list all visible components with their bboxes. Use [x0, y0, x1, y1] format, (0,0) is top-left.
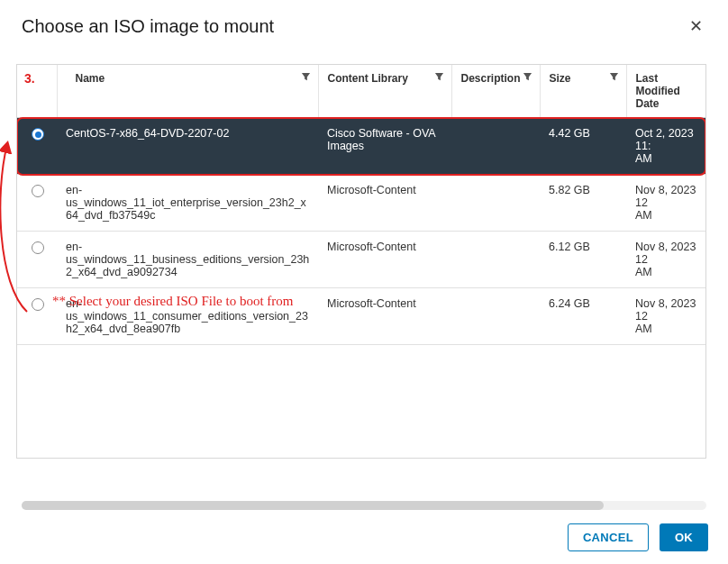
radio-cell[interactable]	[17, 175, 57, 232]
cell-last-modified: Nov 8, 2023 12AM	[626, 175, 705, 232]
filter-icon[interactable]	[434, 72, 444, 82]
radio-cell[interactable]	[17, 118, 57, 175]
radio-unchecked-icon[interactable]	[32, 241, 44, 254]
iso-table-body: CentOS-7-x86_64-DVD-2207-02 Cisco Softwa…	[17, 118, 705, 345]
scrollbar-thumb[interactable]	[22, 501, 604, 510]
horizontal-scrollbar[interactable]	[22, 501, 706, 510]
cell-name: CentOS-7-x86_64-DVD-2207-02	[57, 118, 318, 175]
cancel-button[interactable]: CANCEL	[568, 523, 649, 551]
cell-description	[451, 118, 540, 175]
cell-content-library: Microsoft-Content	[318, 288, 451, 345]
col-description-label: Description	[461, 72, 521, 85]
dialog-footer: CANCEL OK	[568, 523, 708, 551]
filter-icon[interactable]	[523, 72, 532, 82]
cell-last-modified: Nov 8, 2023 12AM	[626, 288, 705, 345]
cell-last-modified: Nov 8, 2023 12AM	[626, 232, 705, 288]
table-body-area: Name Content Library Description Size	[17, 65, 705, 458]
col-content-library-label: Content Library	[328, 72, 408, 85]
cell-content-library: Cisco Software - OVA Images	[318, 118, 451, 175]
cell-description	[451, 288, 540, 345]
col-content-library-header[interactable]: Content Library	[318, 65, 451, 118]
table-header-row: Name Content Library Description Size	[17, 65, 705, 118]
radio-cell[interactable]	[17, 232, 57, 288]
col-size-header[interactable]: Size	[540, 65, 626, 118]
radio-cell[interactable]	[17, 288, 57, 345]
col-name-header[interactable]: Name	[57, 65, 318, 118]
col-name-label: Name	[76, 72, 105, 85]
ok-button[interactable]: OK	[660, 523, 708, 551]
iso-table: Name Content Library Description Size	[17, 65, 705, 345]
cell-name: en-us_windows_11_consumer_editions_versi…	[57, 288, 318, 345]
cell-content-library: Microsoft-Content	[318, 175, 451, 232]
cell-content-library: Microsoft-Content	[318, 232, 451, 288]
cell-size: 6.24 GB	[540, 288, 626, 345]
radio-unchecked-icon[interactable]	[32, 185, 44, 197]
col-last-modified-header[interactable]: Last Modified Date	[626, 65, 705, 118]
cell-last-modified: Oct 2, 2023 11:AM	[626, 118, 705, 175]
table-row[interactable]: en-us_windows_11_business_editions_versi…	[17, 232, 705, 288]
iso-mount-dialog: Choose an ISO image to mount ✕ 3. Name C…	[0, 0, 728, 459]
cell-size: 5.82 GB	[540, 175, 626, 232]
cell-description	[451, 175, 540, 232]
radio-checked-icon[interactable]	[32, 128, 44, 141]
radio-unchecked-icon[interactable]	[32, 298, 44, 311]
dialog-header: Choose an ISO image to mount ✕	[22, 16, 706, 37]
col-last-modified-label: Last Modified Date	[636, 72, 680, 110]
col-radio-header	[17, 65, 57, 118]
cell-size: 4.42 GB	[540, 118, 626, 175]
filter-icon[interactable]	[609, 72, 619, 82]
table-row[interactable]: CentOS-7-x86_64-DVD-2207-02 Cisco Softwa…	[17, 118, 705, 175]
cell-name: en-us_windows_11_business_editions_versi…	[57, 232, 318, 288]
cell-name: en-us_windows_11_iot_enterprise_version_…	[57, 175, 318, 232]
filter-icon[interactable]	[301, 72, 311, 82]
close-icon[interactable]: ✕	[686, 16, 706, 36]
iso-table-wrapper: 3. Name Content Library	[16, 64, 706, 459]
cell-size: 6.12 GB	[540, 232, 626, 288]
table-row[interactable]: en-us_windows_11_consumer_editions_versi…	[17, 288, 705, 345]
cell-description	[451, 232, 540, 288]
dialog-title: Choose an ISO image to mount	[22, 16, 274, 37]
col-size-label: Size	[550, 72, 571, 85]
table-row[interactable]: en-us_windows_11_iot_enterprise_version_…	[17, 175, 705, 232]
step-number-annotation: 3.	[24, 71, 35, 86]
col-description-header[interactable]: Description	[451, 65, 540, 118]
